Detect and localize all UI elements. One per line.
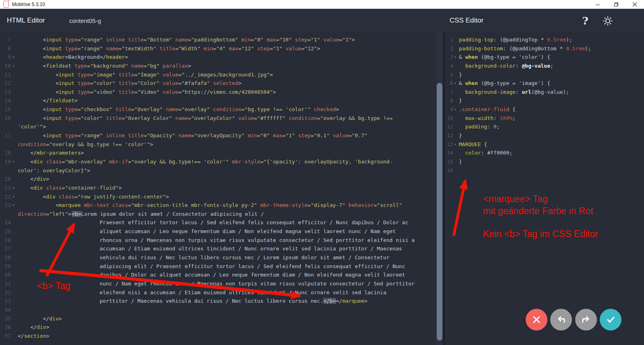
code-row: 9▾ <header>Background</header> — [0, 53, 436, 62]
fold-spacer — [11, 279, 16, 288]
line-number: 26 — [0, 236, 11, 245]
tab-label: content05-g — [69, 17, 101, 24]
code-row: 1padding-top: (@paddingTop * 0.5rem); — [445, 35, 644, 44]
code-row: 24 Praesent efficitur tortor lacus / Sed… — [0, 218, 436, 227]
fold-spacer — [11, 88, 16, 97]
code-row: 26 rhoncus urna / Maecenas non turpis vi… — [0, 236, 436, 245]
fold-spacer — [453, 35, 457, 44]
line-number: 16 — [0, 114, 11, 123]
restore-icon[interactable] — [607, 0, 625, 8]
line-number: 4 — [445, 62, 453, 70]
code-row: 10▾ <fieldset type="background" name="bg… — [0, 62, 436, 70]
fold-spacer — [453, 166, 457, 175]
html-editor-title: HTML Editor — [7, 17, 45, 25]
code-row: 23▾ <marquee mbr-text class="mbr-section… — [0, 201, 436, 210]
fold-spacer — [11, 96, 16, 105]
code-row: 5} — [445, 70, 644, 79]
line-number: 10 — [0, 62, 11, 70]
fold-arrow-icon[interactable]: ▾ — [11, 192, 16, 201]
line-number: 9 — [0, 53, 11, 62]
line-number: 7 — [0, 35, 11, 44]
code-row: 10 max-width: 100%; — [445, 114, 644, 123]
css-editor-title: CSS Editor — [450, 17, 483, 25]
code-row: 2padding-bottom: (@paddingBottom * 0.5re… — [445, 44, 644, 53]
minimize-icon[interactable] — [588, 0, 607, 8]
apply-button[interactable] — [600, 309, 621, 331]
fold-arrow-icon[interactable]: ▾ — [11, 62, 16, 70]
line-number: 2 — [445, 44, 453, 53]
fold-arrow-icon[interactable]: ▾ — [11, 184, 16, 192]
fold-spacer — [453, 88, 457, 97]
fold-spacer — [11, 105, 16, 114]
fold-arrow-icon[interactable]: ▾ — [11, 157, 16, 166]
code-row: 7 <input type="range" inline title="Bott… — [0, 35, 436, 44]
vertical-scrollbar-thumb[interactable] — [437, 83, 442, 341]
fold-spacer — [11, 218, 16, 227]
fold-spacer — [11, 35, 16, 44]
line-number: 30 — [0, 271, 11, 279]
help-icon[interactable]: ? — [578, 14, 592, 28]
code-row: 13▾MARQUEE { — [445, 140, 644, 149]
code-row: 9▾.container-fluid { — [445, 105, 644, 114]
fold-arrow-icon[interactable]: ▾ — [453, 79, 457, 88]
html-code-editor[interactable]: 7 <input type="range" inline title="Bott… — [0, 32, 436, 345]
fold-arrow-icon[interactable]: ▾ — [453, 53, 457, 62]
code-row: 8 <input type="range" name="textWidth" t… — [0, 44, 436, 53]
code-row: 37</section> — [0, 332, 436, 341]
code-row: 11 <input type="image" title="Image" val… — [0, 70, 436, 79]
line-number: 9 — [445, 105, 453, 114]
code-row: 28 vehicula dui risus / Nec luctus liber… — [0, 253, 436, 262]
fold-arrow-icon[interactable]: ▾ — [453, 140, 457, 149]
line-number: 1 — [445, 35, 453, 44]
fold-spacer — [453, 70, 457, 79]
fold-spacer — [11, 262, 16, 271]
fold-spacer — [11, 149, 16, 157]
line-number: 37 — [0, 332, 11, 341]
code-row: condition="overlay && bg.type !== 'color… — [0, 140, 436, 149]
close-icon[interactable] — [625, 0, 644, 8]
code-row: 12} — [445, 131, 644, 140]
code-row: 20 </div> — [0, 175, 436, 184]
fold-spacer — [453, 157, 457, 166]
fold-spacer — [11, 131, 16, 140]
css-code-editor[interactable]: 1padding-top: (@paddingTop * 0.5rem);2pa… — [445, 32, 644, 345]
line-number: 13 — [0, 88, 11, 97]
fold-arrow-icon[interactable]: ▾ — [453, 105, 457, 114]
line-number: 15 — [445, 157, 453, 166]
line-number: 11 — [445, 122, 453, 131]
fold-spacer — [11, 140, 16, 149]
line-number: 14 — [0, 96, 11, 105]
vertical-scrollbar-track[interactable] — [436, 32, 443, 345]
undo-button[interactable] — [550, 309, 572, 331]
code-row: 14 </fieldset> — [0, 96, 436, 105]
code-row: 11 padding: 0; — [445, 122, 644, 131]
line-number: 31 — [0, 279, 11, 288]
code-row: 25 aliquet accumsan / Leo neque fermentu… — [0, 227, 436, 236]
code-row: 17 <input type="range" inline title="Opa… — [0, 131, 436, 140]
line-number: 19 — [0, 157, 11, 166]
fold-arrow-icon[interactable]: ▾ — [11, 53, 16, 62]
fold-spacer — [11, 244, 16, 253]
line-number: 28 — [0, 253, 11, 262]
line-number: 33 — [0, 297, 11, 306]
line-number: 8 — [0, 44, 11, 53]
fold-spacer — [11, 114, 16, 123]
line-number: 29 — [0, 262, 11, 271]
line-number: 35 — [0, 314, 11, 323]
fold-spacer — [453, 122, 457, 131]
fold-spacer — [11, 323, 16, 332]
fold-spacer — [453, 62, 457, 70]
code-row: 4 background-color: @bg-value; — [445, 62, 644, 70]
gear-icon[interactable] — [601, 14, 615, 28]
line-number: 12 — [445, 131, 453, 140]
code-row: 21▾ <div class="container-fluid"> — [0, 184, 436, 192]
code-row: 15} — [445, 157, 644, 166]
code-row: color': overlayColor}"> — [0, 166, 436, 175]
redo-button[interactable] — [575, 309, 597, 331]
line-number: 18 — [0, 149, 11, 157]
line-number: 32 — [0, 288, 11, 297]
fold-arrow-icon[interactable]: ▾ — [11, 201, 16, 210]
code-row: 7 background-image: url(@bg-value); — [445, 88, 644, 97]
tab-content05-g[interactable]: content05-g — [68, 15, 102, 27]
cancel-button[interactable] — [526, 309, 547, 331]
